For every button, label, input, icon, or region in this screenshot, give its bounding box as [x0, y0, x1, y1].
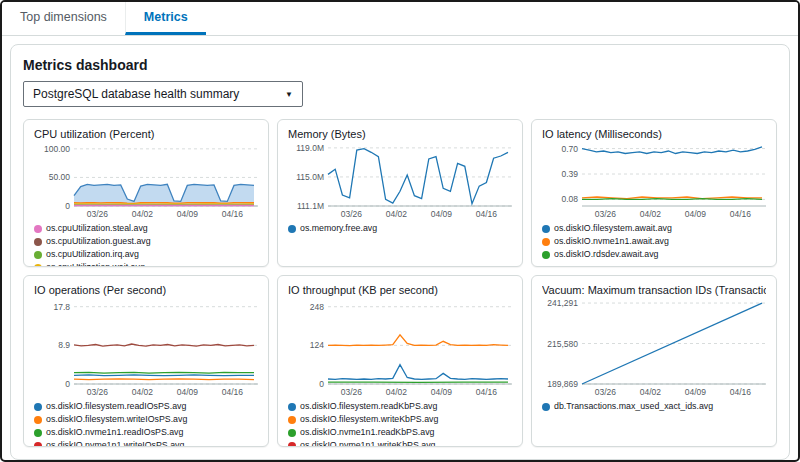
legend-label: os.diskIO.filesystem.writeIOsPS.avg [46, 414, 187, 425]
series-line [328, 335, 508, 346]
legend-item[interactable]: os.diskIO.nvme1n1.writeIOsPS.avg [34, 440, 184, 447]
x-tick-label: 04/09 [177, 387, 199, 397]
series-line [74, 379, 254, 380]
legend-label: os.cpuUtilization.steal.avg [46, 223, 148, 234]
legend-label: os.cpuUtilization.wait.avg [46, 262, 145, 267]
chart-card-io-operations: IO operations (Per second) 17.88.9003/26… [23, 275, 269, 447]
x-tick-label: 04/09 [431, 209, 453, 219]
y-tick-label: 248 [310, 302, 324, 312]
x-tick-label: 04/02 [386, 209, 408, 219]
legend-dot-icon [288, 442, 296, 448]
legend-dot-icon [34, 225, 42, 233]
metric-set-select-value: PostgreSQL database health summary [33, 87, 239, 101]
y-tick-label: 119.0M [296, 143, 324, 153]
tab-bar: Top dimensions Metrics [2, 2, 798, 36]
x-tick-label: 04/16 [730, 387, 752, 397]
legend-dot-icon [34, 403, 42, 411]
legend-dot-icon [288, 416, 296, 424]
chevron-down-icon: ▼ [285, 90, 293, 99]
x-tick-label: 04/02 [132, 387, 154, 397]
legend-item[interactable]: os.diskIO.nvme1n1.writeKbPS.avg [288, 440, 435, 447]
chart-svg: 100.0050.00003/2604/0204/0904/16 [34, 142, 258, 220]
y-tick-label: 0.08 [561, 194, 578, 204]
legend-item[interactable]: os.diskIO.filesystem.writeIOsPS.avg [34, 414, 187, 425]
legend-item[interactable]: os.diskIO.rdsdev.await.avg [542, 249, 658, 260]
legend-item[interactable]: os.memory.free.avg [288, 223, 377, 234]
legend-dot-icon [34, 416, 42, 424]
cpu-utilization-chart[interactable]: 100.0050.00003/2604/0204/0904/16 [34, 142, 258, 220]
chart-title: Vacuum: Maximum transaction IDs (Transac… [542, 284, 766, 296]
tab-metrics-label: Metrics [144, 10, 188, 24]
io-throughput-chart[interactable]: 248124003/2604/0204/0904/16 [288, 298, 512, 398]
legend-dot-icon [288, 403, 296, 411]
series-line [74, 375, 254, 376]
legend-label: os.memory.free.avg [300, 223, 377, 234]
memory-chart[interactable]: 119.0M115.0M111.1M03/2604/0204/0904/16 [288, 142, 512, 220]
chart-card-cpu-utilization: CPU utilization (Percent) 100.0050.00003… [23, 119, 269, 267]
series-line [328, 149, 508, 204]
x-tick-label: 04/02 [386, 387, 408, 397]
y-tick-label: 0 [319, 379, 324, 389]
legend-item[interactable]: os.diskIO.filesystem.readIOsPS.avg [34, 401, 186, 412]
x-tick-label: 04/02 [640, 387, 662, 397]
legend-label: os.diskIO.filesystem.writeKbPS.avg [300, 414, 438, 425]
chart-legend: db.Transactions.max_used_xact_ids.avg [542, 401, 766, 412]
series-line [582, 147, 762, 154]
legend-label: os.diskIO.nvme1n1.writeIOsPS.avg [46, 440, 184, 447]
x-tick-label: 04/16 [476, 209, 498, 219]
y-tick-label: 100.00 [44, 144, 70, 154]
legend-label: os.diskIO.filesystem.readKbPS.avg [300, 401, 437, 412]
chart-title: IO latency (Milliseconds) [542, 128, 766, 140]
x-tick-label: 03/26 [341, 387, 363, 397]
y-tick-label: 241,291 [547, 298, 578, 308]
y-tick-label: 0.70 [561, 144, 578, 154]
legend-label: os.diskIO.nvme1n1.readKbPS.avg [300, 427, 434, 438]
legend-dot-icon [34, 238, 42, 246]
series-line [74, 203, 254, 204]
legend-label: os.diskIO.nvme1n1.await.avg [554, 236, 669, 247]
x-tick-label: 04/16 [730, 209, 752, 219]
window: Top dimensions Metrics Metrics dashboard… [0, 0, 800, 462]
legend-item[interactable]: os.diskIO.nvme1n1.readKbPS.avg [288, 427, 434, 438]
legend-item[interactable]: os.diskIO.nvme1n1.readIOsPS.avg [34, 427, 183, 438]
x-tick-label: 04/02 [640, 209, 662, 219]
y-tick-label: 0.39 [561, 169, 578, 179]
legend-dot-icon [288, 225, 296, 233]
legend-item[interactable]: os.cpuUtilization.irq.avg [34, 249, 139, 260]
chart-legend: os.memory.free.avg [288, 223, 512, 234]
x-tick-label: 03/26 [595, 387, 617, 397]
legend-item[interactable]: os.cpuUtilization.wait.avg [34, 262, 145, 267]
legend-dot-icon [34, 264, 42, 268]
x-tick-label: 04/09 [685, 387, 707, 397]
x-tick-label: 04/16 [222, 387, 244, 397]
chart-title: Memory (Bytes) [288, 128, 512, 140]
chart-svg: 241,291215,580189,86903/2604/0204/0904/1… [542, 298, 766, 398]
chart-svg: 248124003/2604/0204/0904/16 [288, 298, 512, 398]
chart-title: CPU utilization (Percent) [34, 128, 258, 140]
chart-legend: os.diskIO.filesystem.await.avgos.diskIO.… [542, 223, 766, 260]
legend-item[interactable]: os.cpuUtilization.guest.avg [34, 236, 151, 247]
x-tick-label: 03/26 [341, 209, 363, 219]
y-tick-label: 0 [65, 201, 70, 211]
tab-metrics[interactable]: Metrics [125, 2, 206, 35]
legend-item[interactable]: os.diskIO.filesystem.writeKbPS.avg [288, 414, 438, 425]
chart-legend: os.cpuUtilization.steal.avgos.cpuUtiliza… [34, 223, 258, 267]
chart-svg: 119.0M115.0M111.1M03/2604/0204/0904/16 [288, 142, 512, 220]
x-tick-label: 04/02 [132, 209, 154, 219]
legend-dot-icon [34, 429, 42, 437]
metric-set-select[interactable]: PostgreSQL database health summary ▼ [23, 81, 303, 107]
legend-item[interactable]: os.cpuUtilization.steal.avg [34, 223, 148, 234]
legend-item[interactable]: os.diskIO.filesystem.await.avg [542, 223, 672, 234]
io-operations-chart[interactable]: 17.88.9003/2604/0204/0904/16 [34, 298, 258, 398]
legend-item[interactable]: os.diskIO.nvme1n1.await.avg [542, 236, 669, 247]
legend-item[interactable]: db.Transactions.max_used_xact_ids.avg [542, 401, 713, 412]
chart-title: IO throughput (KB per second) [288, 284, 512, 296]
legend-item[interactable]: os.diskIO.filesystem.readKbPS.avg [288, 401, 437, 412]
x-tick-label: 04/16 [476, 387, 498, 397]
legend-dot-icon [542, 403, 550, 411]
x-tick-label: 03/26 [87, 387, 109, 397]
x-tick-label: 04/09 [431, 387, 453, 397]
vacuum-chart[interactable]: 241,291215,580189,86903/2604/0204/0904/1… [542, 298, 766, 398]
tab-top-dimensions[interactable]: Top dimensions [2, 2, 125, 35]
io-latency-chart[interactable]: 0.700.390.0803/2604/0204/0904/16 [542, 142, 766, 220]
